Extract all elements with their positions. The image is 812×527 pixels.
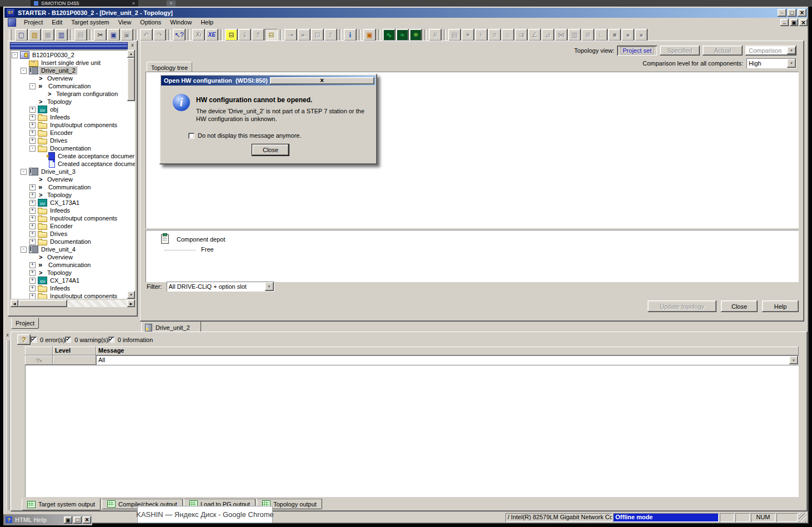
expand-box-icon[interactable] <box>29 83 36 89</box>
tree-item[interactable]: Communication <box>12 261 135 269</box>
tree-item[interactable]: Infeeds <box>12 113 135 121</box>
toolbar-button[interactable]: ⊦ <box>475 29 488 41</box>
toolbar-button[interactable] <box>136 29 138 41</box>
child-minimize-button[interactable] <box>780 19 789 26</box>
tree-item-label[interactable]: Topology <box>46 269 73 276</box>
tree-item-label[interactable]: Encoder <box>49 129 74 136</box>
checkbox-checked-icon[interactable] <box>108 337 114 343</box>
toolbar-button[interactable]: XE <box>205 29 218 41</box>
menu-item[interactable]: Options <box>136 18 166 27</box>
maximize-button[interactable] <box>788 9 796 17</box>
message-filter-cell[interactable]: All <box>96 355 799 365</box>
tree-item-label[interactable]: Infeeds <box>49 207 71 214</box>
toolbar-button[interactable]: Xı <box>192 29 205 41</box>
new-tab-button[interactable]: + <box>167 1 176 6</box>
toolbar-button[interactable]: ↖? <box>173 29 186 41</box>
tree-item-label[interactable]: Drive_unit_2 <box>40 67 77 74</box>
close-button[interactable] <box>83 516 91 524</box>
tree-item[interactable]: Created acceptance docume <box>12 160 135 168</box>
toolbar-button[interactable]: ▥ <box>568 29 581 41</box>
scroll-down-icon[interactable]: ▼ <box>127 291 135 299</box>
tree-item[interactable]: Documentation <box>12 144 135 152</box>
browser-tab[interactable]: SIMOTION D455 × <box>31 0 138 7</box>
expand-box-icon[interactable] <box>29 208 36 214</box>
expand-box-icon[interactable] <box>29 285 36 292</box>
tree-item[interactable]: Overview <box>12 74 135 82</box>
tree-item-label[interactable]: Overview <box>46 254 74 260</box>
toolbar-button[interactable]: ▤ <box>74 29 87 41</box>
output-filter-checkbox[interactable]: 0 error(s) <box>31 337 65 343</box>
tree-item[interactable]: Overview <box>12 175 135 183</box>
tree-item-label[interactable]: Drive_unit_4 <box>40 246 77 253</box>
tree-item-label[interactable]: B1201P0030_2 <box>31 52 76 58</box>
chevron-down-icon[interactable] <box>265 282 274 291</box>
tree-item-label[interactable]: Input/output components <box>49 122 118 128</box>
toolbar-button[interactable]: ● <box>621 29 634 41</box>
toolbar-button[interactable]: ▦ <box>42 29 54 41</box>
comparison-level-select[interactable]: High <box>746 58 796 68</box>
menu-item[interactable]: Project <box>19 18 47 27</box>
tree-item[interactable]: Infeeds <box>12 207 135 214</box>
tree-item-label[interactable]: CX_173A1 <box>49 199 81 206</box>
toolbar-button[interactable]: ▣ <box>107 29 120 41</box>
toolbar-button[interactable]: ∠ <box>528 29 541 41</box>
toolbar-button[interactable] <box>70 29 72 41</box>
tree-item-label[interactable]: Created acceptance docume <box>57 160 135 167</box>
toolbar-button[interactable] <box>188 29 190 41</box>
toolbar-button[interactable] <box>280 29 282 41</box>
tree-item-label[interactable]: Drive_unit_3 <box>40 168 77 175</box>
tree-item-label[interactable]: Create acceptance documer <box>57 153 135 159</box>
scroll-thumb[interactable] <box>18 300 67 307</box>
topology-view-button[interactable]: Comparison <box>745 46 796 56</box>
toolbar-button[interactable]: ↶ <box>140 29 153 41</box>
tree-item[interactable]: Infeeds <box>12 284 135 292</box>
panel-grab-bar[interactable] <box>10 42 128 49</box>
scroll-up-icon[interactable]: ▲ <box>127 50 135 58</box>
tree-item[interactable]: Topology <box>12 98 135 106</box>
chevron-down-icon[interactable] <box>789 356 798 364</box>
tree-item[interactable]: Documentation <box>12 238 135 245</box>
menu-item[interactable]: View <box>114 18 136 27</box>
expand-box-icon[interactable] <box>29 262 36 268</box>
toolbar-button[interactable] <box>168 29 171 41</box>
tree-item[interactable]: Create acceptance documer <box>12 152 135 160</box>
tree-item[interactable]: Topology <box>12 269 135 277</box>
expand-box-icon[interactable] <box>21 247 27 253</box>
expand-box-icon[interactable] <box>29 192 36 198</box>
output-help-button[interactable]: ? <box>17 334 31 345</box>
tree-item[interactable]: obj <box>12 106 135 113</box>
help-button[interactable]: Help <box>762 300 799 312</box>
chevron-down-icon[interactable] <box>787 47 796 54</box>
expand-box-icon[interactable] <box>29 215 36 222</box>
level-filter-cell[interactable] <box>53 355 96 365</box>
toolbar-button[interactable]: ⋈ <box>555 29 568 41</box>
tree-item-label[interactable]: Overview <box>46 176 74 183</box>
scroll-left-icon[interactable]: ◀ <box>11 300 18 307</box>
toolbar-button[interactable]: ▣ <box>363 29 376 41</box>
expand-box-icon[interactable] <box>29 270 36 276</box>
toolbar-button[interactable]: ⇑ <box>252 29 264 41</box>
toolbar-button[interactable]: ≡ <box>488 29 501 41</box>
update-topology-button[interactable]: Update topology <box>648 300 716 312</box>
tree-item[interactable]: Communication <box>12 183 135 191</box>
tree-item[interactable]: CX_173A1 <box>12 199 135 207</box>
tree-item[interactable]: Input/output components <box>12 121 135 129</box>
resize-grip[interactable] <box>799 513 806 522</box>
tree-item[interactable]: Drives <box>12 230 135 238</box>
toolbar-button[interactable] <box>220 29 223 41</box>
toolbar-button[interactable] <box>378 29 380 41</box>
project-tab[interactable]: Project <box>11 318 39 329</box>
tree-item[interactable]: Insert single drive unit <box>12 59 135 67</box>
output-panel-grab-bar[interactable]: x <box>4 332 11 513</box>
toolbar-button[interactable]: ⇥ <box>284 29 297 41</box>
output-tab[interactable]: Target system output <box>22 498 101 510</box>
expand-box-icon[interactable] <box>29 145 36 152</box>
tree-item[interactable]: Encoder <box>12 222 135 230</box>
topology-view-button[interactable]: Actual <box>703 46 743 56</box>
tree-item-label[interactable]: Insert single drive unit <box>40 59 102 66</box>
tree-item-label[interactable]: Communication <box>47 184 92 190</box>
toolbar-button[interactable]: ▢ <box>15 29 28 41</box>
menu-item[interactable]: Target system <box>67 18 113 27</box>
output-filter-checkbox[interactable]: 0 information <box>108 337 153 343</box>
expand-box-icon[interactable] <box>29 184 36 190</box>
